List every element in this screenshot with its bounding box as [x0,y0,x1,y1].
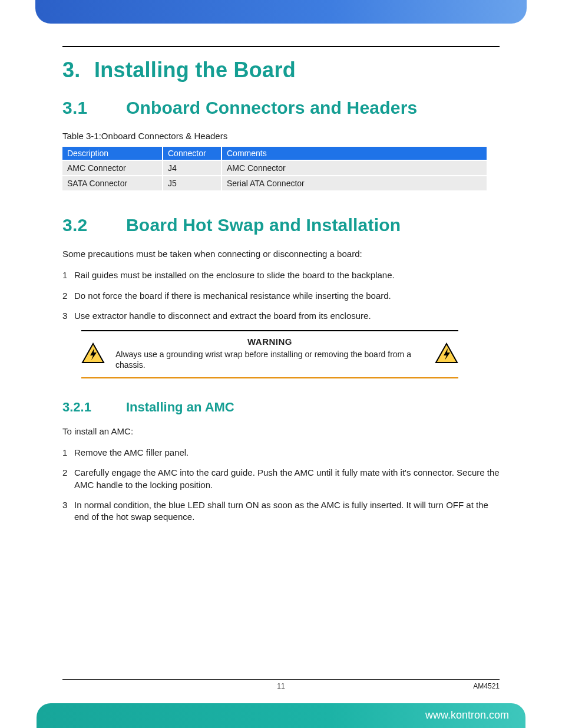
cell: SATA Connector [62,176,163,190]
list-item: 1Remove the AMC filler panel. [62,447,500,459]
section-number: 3.2 [62,215,126,235]
subsection-number: 3.2.1 [62,400,126,415]
hotswap-steps: 1Rail guides must be installed on the en… [62,269,500,322]
step-number: 2 [62,290,74,302]
install-amc-intro: To install an AMC: [62,426,500,437]
doc-id: AM4521 [473,682,500,690]
subsection-title: Installing an AMC [126,400,234,414]
hotswap-intro: Some precautions must be taken when conn… [62,248,500,260]
col-comments: Comments [222,147,487,160]
section-3-2-heading: 3.2Board Hot Swap and Installation [62,215,500,235]
page-content: 3.Installing the Board 3.1Onboard Connec… [62,46,500,531]
section-3-1-heading: 3.1Onboard Connectors and Headers [62,98,500,118]
cell: AMC Connector [62,160,163,176]
cell: J5 [163,176,222,190]
warning-text: WARNING Always use a grounding wrist wra… [115,336,424,370]
table-header-row: Description Connector Comments [62,147,487,160]
list-item: 2Do not force the board if there is mech… [62,290,500,302]
subsection-3-2-1-heading: 3.2.1Installing an AMC [62,400,500,415]
col-description: Description [62,147,163,160]
step-number: 2 [62,467,74,491]
table-caption: Table 3-1:Onboard Connectors & Headers [62,131,500,141]
warning-body: Always use a grounding wrist wrap before… [115,349,424,370]
warning-title: WARNING [115,336,424,348]
step-text: Carefully engage the AMC into the card g… [74,467,500,491]
esd-warning-icon [81,342,105,364]
connectors-table: Description Connector Comments AMC Conne… [62,147,487,190]
step-number: 3 [62,499,74,523]
section-title: Onboard Connectors and Headers [126,98,417,117]
table-row: SATA Connector J5 Serial ATA Connector [62,176,487,190]
chapter-title: Installing the Board [94,58,296,82]
col-connector: Connector [163,147,222,160]
warning-box: WARNING Always use a grounding wrist wra… [81,330,458,378]
header-decor-bar [35,0,527,24]
section-title: Board Hot Swap and Installation [126,215,401,235]
footer-decor-bar: www.kontron.com [37,703,525,728]
top-rule [62,46,500,47]
chapter-heading: 3.Installing the Board [62,58,500,83]
cell: Serial ATA Connector [222,176,487,190]
footer-url: www.kontron.com [425,709,509,722]
cell: AMC Connector [222,160,487,176]
step-text: In normal condition, the blue LED shall … [74,499,500,523]
step-number: 1 [62,447,74,459]
step-number: 3 [62,310,74,322]
table-row: AMC Connector J4 AMC Connector [62,160,487,176]
list-item: 3Use extractor handle to disconnect and … [62,310,500,322]
page-number: 11 [277,682,285,690]
step-text: Remove the AMC filler panel. [74,447,500,459]
step-text: Do not force the board if there is mecha… [74,290,500,302]
chapter-number: 3. [62,58,94,83]
list-item: 3In normal condition, the blue LED shall… [62,499,500,523]
list-item: 2Carefully engage the AMC into the card … [62,467,500,491]
list-item: 1Rail guides must be installed on the en… [62,269,500,281]
esd-warning-icon [435,342,458,364]
cell: J4 [163,160,222,176]
section-number: 3.1 [62,98,126,118]
step-text: Use extractor handle to disconnect and e… [74,310,500,322]
install-amc-steps: 1Remove the AMC filler panel. 2Carefully… [62,447,500,523]
page-footer: 11 AM4521 [62,679,500,690]
step-text: Rail guides must be installed on the enc… [74,269,500,281]
step-number: 1 [62,269,74,281]
